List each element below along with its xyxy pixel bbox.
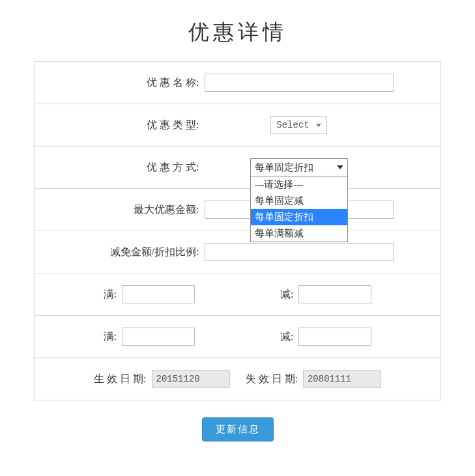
mode-select[interactable]: 每单固定折扣 ---请选择--- 每单固定减 每单固定折扣 每单满额减	[250, 158, 348, 176]
label-full-1: 满:	[104, 288, 117, 301]
label-eff-date: 生 效 日 期:	[94, 372, 146, 386]
effective-date-input[interactable]	[152, 370, 230, 388]
label-exp-date: 失 效 日 期:	[246, 372, 298, 386]
row-dates: 生 效 日 期: 失 效 日 期:	[35, 358, 440, 400]
label-name: 优 惠 名 称:	[82, 76, 199, 90]
label-max-amount: 最大优惠金额:	[82, 203, 199, 217]
label-minus-2: 减:	[280, 330, 293, 344]
type-select-value: Select	[276, 120, 309, 130]
row-name: 优 惠 名 称:	[35, 62, 440, 104]
row-type: 优 惠 类 型: Select	[35, 104, 440, 147]
minus-input-1[interactable]	[298, 285, 371, 303]
chevron-down-icon	[316, 124, 321, 127]
label-mode: 优 惠 方 式:	[82, 161, 199, 175]
update-button[interactable]: 更新信息	[202, 417, 274, 441]
chevron-down-icon	[337, 165, 343, 169]
row-ratio: 减免金额/折扣比例:	[35, 231, 440, 273]
ratio-input[interactable]	[205, 243, 394, 261]
label-full-2: 满:	[104, 330, 117, 344]
label-ratio: 减免金额/折扣比例:	[82, 245, 199, 259]
minus-input-2[interactable]	[298, 328, 371, 346]
expire-date-input[interactable]	[303, 370, 381, 388]
type-select[interactable]: Select	[270, 116, 326, 134]
mode-option[interactable]: 每单固定减	[251, 193, 347, 209]
label-minus-1: 减:	[280, 288, 293, 301]
row-full-minus-2: 满: 减:	[35, 316, 440, 358]
page-title: 优惠详情	[16, 18, 459, 47]
name-input[interactable]	[205, 74, 394, 92]
mode-option[interactable]: 每单满额减	[251, 225, 347, 242]
mode-select-dropdown: ---请选择--- 每单固定减 每单固定折扣 每单满额减	[250, 176, 348, 242]
full-input-2[interactable]	[122, 328, 195, 346]
mode-select-display[interactable]: 每单固定折扣	[250, 158, 348, 176]
row-mode: 优 惠 方 式: 每单固定折扣 ---请选择--- 每单固定减 每单固定折扣 每…	[35, 147, 440, 189]
row-full-minus-1: 满: 减:	[35, 273, 440, 316]
full-input-1[interactable]	[122, 285, 195, 303]
label-type: 优 惠 类 型:	[82, 119, 199, 132]
mode-option[interactable]: ---请选择---	[251, 176, 347, 193]
row-max-amount: 最大优惠金额:	[35, 189, 440, 231]
mode-option[interactable]: 每单固定折扣	[251, 209, 347, 225]
mode-select-value: 每单固定折扣	[255, 161, 313, 174]
promo-form: 优 惠 名 称: 优 惠 类 型: Select 优 惠 方 式: 每单固定折扣	[34, 61, 441, 400]
